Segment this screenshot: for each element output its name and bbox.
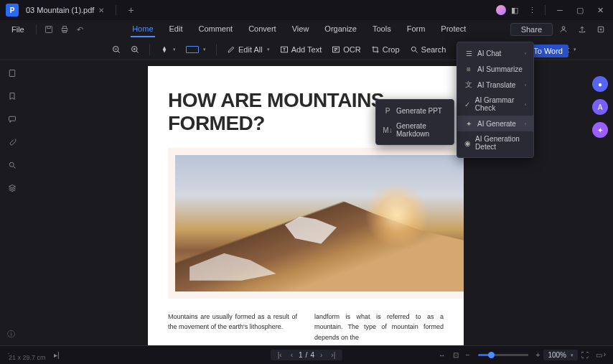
generate-ppt-item[interactable]: PGenerate PPT bbox=[376, 103, 454, 118]
generate-markdown-item[interactable]: M↓Generate Markdown bbox=[376, 118, 454, 141]
tab-title: 03 Mountain (1).pdf bbox=[26, 6, 94, 14]
divider bbox=[216, 44, 217, 55]
undo-icon[interactable]: ↶ bbox=[72, 25, 88, 34]
ai-generate-item[interactable]: ✦AI Generate› bbox=[457, 116, 533, 131]
layers-icon[interactable] bbox=[8, 184, 17, 194]
left-sidebar bbox=[0, 60, 24, 345]
svg-rect-0 bbox=[45, 27, 52, 33]
next-page-button[interactable]: › bbox=[317, 351, 325, 359]
upload-icon[interactable] bbox=[574, 25, 590, 34]
svg-rect-2 bbox=[62, 27, 66, 29]
zoom-in-button[interactable] bbox=[126, 43, 144, 56]
add-tab-button[interactable]: + bbox=[121, 4, 141, 16]
more-icon[interactable]: ⋮ bbox=[523, 6, 541, 15]
help-icon[interactable]: ⓘ bbox=[7, 329, 15, 340]
app-icon: P bbox=[6, 4, 19, 17]
print-icon[interactable] bbox=[57, 25, 72, 34]
menu-convert[interactable]: Convert bbox=[247, 22, 278, 37]
zoom-level[interactable]: 100%▾ bbox=[543, 350, 578, 360]
zoom-in-status[interactable]: + bbox=[533, 351, 544, 359]
user-icon[interactable] bbox=[556, 25, 571, 34]
close-window-button[interactable]: ✕ bbox=[590, 6, 610, 15]
fit-width-icon[interactable]: ↔ bbox=[435, 351, 449, 359]
minimize-button[interactable]: ─ bbox=[550, 6, 570, 14]
marker-tool[interactable]: ▾ bbox=[156, 43, 180, 56]
share-button[interactable]: Share bbox=[510, 23, 553, 36]
ai-grammar-item[interactable]: ✓AI Grammar Check› bbox=[457, 93, 533, 116]
ai-panel-icon[interactable]: A bbox=[592, 99, 608, 115]
ai-summarize-item[interactable]: ≡AI Summarize bbox=[457, 61, 533, 77]
export-icon[interactable] bbox=[593, 25, 609, 34]
ai-translate-item[interactable]: 文AI Translate› bbox=[457, 77, 533, 93]
generate-icon: ✦ bbox=[464, 119, 473, 128]
ocr-button[interactable]: OCR bbox=[327, 43, 365, 56]
edit-all-label: Edit All bbox=[238, 45, 263, 54]
page-dimensions: 21 x 29.7 cm bbox=[6, 354, 49, 364]
zoom-out-status[interactable]: − bbox=[462, 351, 474, 359]
zoom-out-button[interactable] bbox=[108, 43, 125, 56]
last-page-button[interactable]: ›| bbox=[328, 351, 338, 359]
edit-all-button[interactable]: Edit All▾ bbox=[223, 43, 274, 56]
column-1: Mountains are usually formed as a result… bbox=[168, 312, 297, 342]
divider bbox=[545, 5, 546, 15]
fit-page-icon[interactable]: ⊡ bbox=[449, 351, 462, 359]
assistant-icon[interactable]: ✦ bbox=[592, 122, 608, 138]
menu-protect[interactable]: Protect bbox=[439, 22, 467, 37]
page-total: 4 bbox=[310, 351, 314, 359]
right-sidebar: ● A ✦ bbox=[587, 60, 613, 345]
crop-label: Crop bbox=[383, 45, 400, 54]
column-2: landform is what is referred to as a mou… bbox=[314, 312, 444, 342]
menu-view[interactable]: View bbox=[291, 22, 311, 37]
maximize-button[interactable]: ▢ bbox=[570, 6, 590, 15]
detect-icon: ◉ bbox=[464, 139, 471, 147]
generate-submenu: PGenerate PPT M↓Generate Markdown bbox=[375, 99, 454, 145]
menu-home[interactable]: Home bbox=[131, 22, 154, 37]
close-icon[interactable]: ✕ bbox=[98, 6, 104, 14]
svg-point-4 bbox=[562, 27, 565, 29]
attachments-icon[interactable] bbox=[8, 138, 17, 148]
crop-button[interactable]: Crop bbox=[367, 43, 404, 56]
ai-detect-item[interactable]: ◉AI Generation Detect bbox=[457, 131, 533, 154]
ppt-icon: P bbox=[383, 106, 392, 115]
menu-comment[interactable]: Comment bbox=[197, 22, 234, 37]
notification-icon[interactable]: ◧ bbox=[506, 6, 523, 15]
document-tab[interactable]: 03 Mountain (1).pdf ✕ bbox=[19, 0, 111, 20]
mountain-image bbox=[175, 155, 464, 291]
grammar-icon: ✓ bbox=[464, 100, 471, 108]
save-icon[interactable] bbox=[41, 25, 57, 34]
status-bar: ‹ 21 x 29.7 cm ▸| |‹ ‹ 1 / 4 › ›| ↔ ⊡ − … bbox=[0, 345, 613, 364]
prev-page-button[interactable]: ‹ bbox=[288, 351, 296, 359]
main-menu: Home Edit Comment Convert View Organize … bbox=[88, 22, 510, 37]
summarize-icon: ≡ bbox=[464, 65, 473, 73]
menu-edit[interactable]: Edit bbox=[168, 22, 184, 37]
file-menu[interactable]: File bbox=[4, 25, 32, 34]
nav-next-icon[interactable]: › bbox=[604, 350, 606, 358]
add-text-button[interactable]: Add Text bbox=[276, 43, 327, 56]
image-frame bbox=[168, 148, 464, 299]
add-text-label: Add Text bbox=[291, 45, 322, 54]
page-current[interactable]: 1 bbox=[299, 351, 303, 359]
zoom-slider[interactable] bbox=[478, 354, 528, 356]
search-button[interactable]: Search bbox=[406, 43, 451, 56]
menu-organize[interactable]: Organize bbox=[323, 22, 358, 37]
divider bbox=[116, 5, 116, 15]
sidebar-toggle-icon[interactable]: ▸| bbox=[50, 351, 63, 359]
menu-tools[interactable]: Tools bbox=[371, 22, 393, 37]
thumbnails-icon[interactable] bbox=[8, 69, 17, 79]
first-page-button[interactable]: |‹ bbox=[275, 351, 285, 359]
menu-bar: File ↶ Home Edit Comment Convert View Or… bbox=[0, 20, 613, 39]
search-panel-icon[interactable] bbox=[8, 161, 17, 171]
titlebar: P 03 Mountain (1).pdf ✕ + ◧ ⋮ ─ ▢ ✕ bbox=[0, 0, 613, 20]
chat-icon: ☰ bbox=[464, 49, 473, 57]
svg-rect-15 bbox=[9, 70, 15, 77]
comments-icon[interactable] bbox=[8, 115, 17, 125]
svg-point-10 bbox=[411, 47, 416, 51]
fullscreen-icon[interactable]: ⛶ bbox=[578, 351, 592, 359]
bookmarks-icon[interactable] bbox=[8, 92, 17, 102]
discord-icon[interactable]: ● bbox=[592, 76, 608, 92]
rect-tool[interactable]: ▾ bbox=[182, 44, 210, 55]
page-navigator: |‹ ‹ 1 / 4 › ›| bbox=[271, 350, 342, 360]
menu-form[interactable]: Form bbox=[406, 22, 427, 37]
user-avatar[interactable] bbox=[496, 5, 506, 15]
ai-chat-item[interactable]: ☰AI Chat› bbox=[457, 45, 533, 61]
